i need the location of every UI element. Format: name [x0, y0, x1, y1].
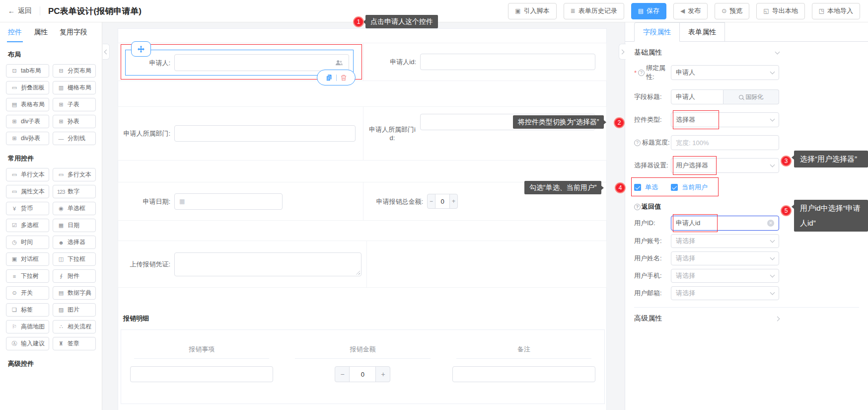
export-local-button[interactable]: ◱ 导出本地 [756, 3, 804, 19]
applicant-input[interactable] [174, 54, 349, 71]
control-palette-item[interactable]: ◉ 单选框 [53, 202, 96, 215]
control-palette-item[interactable]: ▭ 属性文本 [6, 185, 49, 198]
control-item-label: 输入建议 [21, 339, 45, 348]
control-palette-item[interactable]: ⊡ tab布局 [6, 64, 49, 78]
selector-setting-select[interactable]: 用户选择器 [671, 158, 779, 173]
user-account-select[interactable]: 请选择 [671, 234, 779, 248]
control-palette-item[interactable]: 123 数字 [53, 185, 96, 198]
control-palette-item[interactable]: ⊟ 分页布局 [53, 64, 96, 78]
copy-icon[interactable] [325, 74, 333, 82]
control-palette-item[interactable]: ⚐ 高德地图 [6, 320, 49, 333]
form-canvas-area: 申请人: [103, 22, 625, 410]
page-title: PC表单设计(报销申请单) [48, 5, 142, 17]
control-palette-item[interactable]: — 分割线 [53, 132, 96, 145]
drag-handle[interactable] [131, 41, 151, 57]
user-name-select[interactable]: 请选择 [671, 251, 779, 265]
control-palette-item[interactable]: ▭ 单行文本 [6, 168, 49, 181]
control-item-label: 分页布局 [68, 67, 91, 75]
dept-cell: 申请人所属部门: [118, 107, 363, 160]
column-header-item: 报销事项 [134, 345, 269, 359]
save-button[interactable]: ▤ 保存 [631, 3, 666, 19]
dept-input[interactable] [174, 125, 356, 142]
bind-property-select[interactable]: 申请人 [671, 65, 779, 80]
chevron-down-icon [770, 290, 775, 295]
control-palette-item[interactable]: ⊙ 开关 [6, 286, 49, 300]
control-item-label: 选择器 [68, 238, 85, 246]
tab-form-properties[interactable]: 表单属性 [680, 22, 725, 42]
stepper-value[interactable]: 0 [435, 194, 450, 208]
control-palette-item[interactable]: ▤ 数据字典 [53, 286, 96, 300]
import-script-button[interactable]: ▣ 引入脚本 [508, 3, 556, 19]
title-width-input[interactable] [671, 135, 779, 150]
current-user-label[interactable]: 当前用户 [682, 183, 708, 192]
control-palette-item[interactable]: ▭ 多行文本 [53, 168, 96, 181]
stepper-value[interactable]: 0 [349, 367, 376, 382]
resize-grip[interactable] [356, 270, 360, 275]
control-palette-item[interactable]: ☑ 多选框 [6, 219, 49, 232]
current-user-checkbox[interactable] [671, 184, 678, 191]
save-icon: ▤ [638, 8, 644, 14]
control-palette-item[interactable]: ¥ 货币 [6, 202, 49, 215]
user-id-select[interactable]: 申请人id ✕ [671, 216, 779, 231]
control-item-icon: 123 [57, 189, 65, 195]
control-palette-item[interactable]: ▦ 日期 [53, 219, 96, 232]
control-item-icon: ☻ [57, 240, 65, 246]
control-palette-item[interactable]: ❏ 标签 [6, 303, 49, 317]
sidebar-tab-reusable-fields[interactable]: 复用字段 [60, 22, 87, 42]
preview-button[interactable]: ⊙ 预览 [715, 3, 749, 19]
control-type-select[interactable]: 选择器 [671, 112, 779, 127]
section-basic-properties[interactable]: 基础属性 [634, 42, 779, 64]
section-advanced-properties[interactable]: 高级属性 [634, 308, 779, 329]
single-select-label[interactable]: 单选 [645, 183, 658, 192]
control-palette-item[interactable]: ♜ 签章 [53, 337, 96, 350]
step-badge-2: 2 [614, 117, 625, 128]
delete-icon[interactable] [340, 74, 347, 82]
control-palette-item[interactable]: ∮ 附件 [53, 269, 96, 283]
sidebar-tab-properties[interactable]: 属性 [34, 22, 48, 42]
control-palette-item[interactable]: ⊞ 子表 [53, 98, 96, 111]
publish-button[interactable]: ◀ 发布 [673, 3, 708, 19]
stepper-plus-button[interactable]: + [376, 367, 390, 382]
control-palette-item[interactable]: ▥ 栅格布局 [53, 81, 96, 94]
control-palette-item[interactable]: ⊞ 孙表 [53, 115, 96, 128]
detail-item-input[interactable] [130, 366, 273, 382]
voucher-textarea[interactable] [174, 252, 362, 276]
user-email-select[interactable]: 请选择 [671, 286, 779, 300]
control-palette-item[interactable]: ▭ 折叠面板 [6, 81, 49, 94]
collapse-left-panel-handle[interactable] [103, 44, 110, 60]
control-palette-item[interactable]: Ⓐ 输入建议 [6, 337, 49, 350]
stepper-minus-button[interactable]: − [428, 194, 435, 208]
stepper-plus-button[interactable]: + [450, 194, 457, 208]
single-select-checkbox[interactable] [634, 184, 641, 191]
detail-table-row: − 0 + [121, 366, 604, 382]
control-palette-item[interactable]: ≡ 下拉树 [6, 269, 49, 283]
date-input[interactable]: ▦ [174, 193, 283, 210]
control-palette-item[interactable]: ▤ 表格布局 [6, 98, 49, 111]
control-palette-item[interactable]: ⊞ div子表 [6, 115, 49, 128]
control-item-icon: ◫ [57, 256, 65, 262]
detail-note-input[interactable] [452, 366, 595, 382]
clear-icon[interactable]: ✕ [767, 220, 774, 227]
date-label: 申请日期: [123, 197, 170, 206]
control-palette-item[interactable]: ▣ 对话框 [6, 252, 49, 266]
field-title-input[interactable]: 申请人 [671, 89, 723, 104]
control-palette-item[interactable]: ▨ 图片 [53, 303, 96, 317]
stepper-minus-button[interactable]: − [335, 367, 349, 382]
control-palette-item[interactable]: ◷ 时间 [6, 236, 49, 249]
control-palette-item[interactable]: ∴ 相关流程 [53, 320, 96, 333]
control-palette-item[interactable]: ◫ 下拉框 [53, 252, 96, 266]
applicant-id-input[interactable] [420, 54, 595, 70]
import-local-button[interactable]: ◳ 本地导入 [812, 3, 860, 19]
control-item-label: 开关 [21, 289, 33, 297]
back-button[interactable]: ← 返回 [8, 6, 32, 15]
control-palette-item[interactable]: ⊞ div孙表 [6, 132, 49, 145]
i18n-button[interactable]: 国际化 [723, 89, 779, 104]
sidebar-tab-controls[interactable]: 控件 [8, 22, 22, 42]
control-item-icon: ❏ [10, 307, 18, 313]
control-palette-item[interactable]: ☻ 选择器 [53, 236, 96, 249]
form-history-button[interactable]: ≣ 表单历史记录 [564, 3, 624, 19]
user-phone-select[interactable]: 请选择 [671, 269, 779, 283]
collapse-right-panel-handle[interactable] [619, 44, 626, 60]
tab-field-properties[interactable]: 字段属性 [634, 22, 680, 42]
user-account-row: 用户账号: 请选择 [634, 234, 779, 248]
